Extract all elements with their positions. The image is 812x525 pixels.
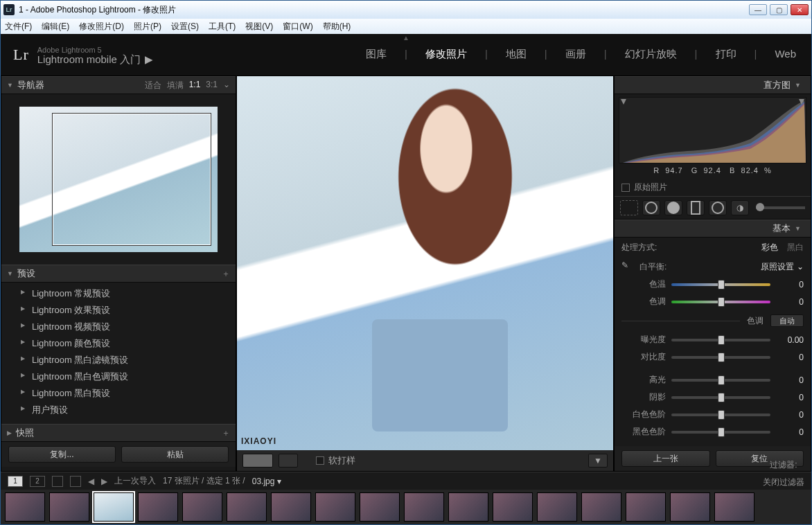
- zoom-dropdown-icon[interactable]: ⌄: [223, 80, 230, 91]
- filmstrip-thumb[interactable]: [49, 492, 89, 522]
- filmstrip[interactable]: [1, 490, 811, 524]
- process-bw[interactable]: 黑白: [787, 242, 804, 252]
- spot-tool[interactable]: [642, 200, 660, 215]
- previous-button[interactable]: 上一张: [621, 450, 710, 467]
- shadows-slider[interactable]: [671, 396, 770, 399]
- copy-button[interactable]: 复制...: [8, 446, 116, 463]
- filmstrip-thumb[interactable]: [493, 492, 533, 522]
- blacks-slider[interactable]: [671, 431, 770, 434]
- filmstrip-thumb[interactable]: [5, 492, 45, 522]
- filmstrip-thumb[interactable]: [182, 492, 222, 522]
- menu-file[interactable]: 文件(F): [5, 21, 32, 33]
- photo-viewport[interactable]: IXIAOYI: [237, 76, 613, 450]
- auto-tone-button[interactable]: 自动: [770, 314, 804, 327]
- eyedropper-icon[interactable]: ✎: [621, 260, 634, 273]
- preset-item[interactable]: Lightroom 常规预设: [1, 285, 236, 302]
- redeye-tool[interactable]: [664, 200, 682, 215]
- filmstrip-thumb[interactable]: [670, 492, 710, 522]
- prev-icon[interactable]: ◀: [88, 477, 94, 486]
- menu-develop[interactable]: 修改照片(D): [79, 21, 124, 33]
- highlights-value[interactable]: 0: [776, 375, 804, 385]
- highlights-slider[interactable]: [671, 379, 770, 382]
- tab-develop[interactable]: 修改照片: [423, 48, 470, 61]
- tab-slideshow[interactable]: 幻灯片放映: [622, 48, 680, 61]
- close-button[interactable]: ✕: [791, 4, 809, 15]
- import-label[interactable]: 上一次导入: [114, 475, 156, 487]
- gradient-tool[interactable]: [687, 200, 705, 215]
- filename[interactable]: 03.jpg: [252, 477, 275, 486]
- filmstrip-thumb-selected[interactable]: [94, 492, 134, 522]
- histogram-header[interactable]: 直方图 ▼: [615, 76, 811, 94]
- tint-value[interactable]: 0: [776, 297, 804, 307]
- filmstrip-thumb[interactable]: [537, 492, 577, 522]
- zoom-fit[interactable]: 适合: [145, 80, 161, 91]
- before-after-button[interactable]: [279, 454, 298, 468]
- next-icon[interactable]: ▶: [101, 477, 107, 486]
- filmstrip-thumb[interactable]: [315, 492, 355, 522]
- presets-header[interactable]: ▼ 预设 ＋: [1, 265, 236, 283]
- exposure-value[interactable]: 0.00: [776, 335, 804, 345]
- whites-value[interactable]: 0: [776, 410, 804, 420]
- shadows-value[interactable]: 0: [776, 393, 804, 402]
- radial-tool[interactable]: [709, 200, 727, 215]
- zoom-1to1[interactable]: 1:1: [189, 80, 201, 91]
- menu-window[interactable]: 窗口(W): [283, 21, 312, 33]
- filter-dropdown[interactable]: 关闭过滤器: [763, 477, 804, 488]
- menu-photo[interactable]: 照片(P): [134, 21, 161, 33]
- filmstrip-thumb[interactable]: [448, 492, 488, 522]
- exposure-slider[interactable]: [671, 339, 770, 341]
- filmstrip-thumb[interactable]: [138, 492, 178, 522]
- add-preset-button[interactable]: ＋: [222, 268, 230, 280]
- original-photo-checkbox[interactable]: 原始照片: [615, 179, 811, 196]
- screen1-button[interactable]: 1: [8, 476, 23, 487]
- temp-slider[interactable]: [671, 283, 770, 286]
- tab-map[interactable]: 地图: [503, 48, 529, 61]
- toolbar-menu-button[interactable]: ▼: [588, 454, 608, 468]
- loupe-view-button[interactable]: [242, 454, 273, 468]
- menu-help[interactable]: 帮助(H): [323, 21, 351, 33]
- process-color[interactable]: 彩色: [761, 242, 778, 252]
- maximize-button[interactable]: ▢: [770, 4, 788, 15]
- tint-slider[interactable]: [671, 301, 770, 303]
- brush-tool[interactable]: ◑: [731, 200, 749, 215]
- filmstrip-thumb[interactable]: [626, 492, 666, 522]
- navigator-header[interactable]: ▼ 导航器 适合 填满 1:1 3:1 ⌄: [1, 76, 236, 94]
- basic-header[interactable]: 基本 ▼: [615, 220, 811, 238]
- preset-item[interactable]: Lightroom 黑白预设: [1, 385, 236, 402]
- filmstrip-thumb[interactable]: [714, 492, 754, 522]
- minimize-button[interactable]: —: [749, 4, 767, 15]
- histogram-chart[interactable]: [619, 97, 806, 163]
- brand-sub[interactable]: Lightroom mobile 入门: [37, 55, 141, 64]
- tab-library[interactable]: 图库: [363, 48, 389, 61]
- menu-settings[interactable]: 设置(S): [171, 21, 199, 33]
- tab-book[interactable]: 画册: [563, 48, 589, 61]
- zoom-3to1[interactable]: 3:1: [206, 80, 218, 91]
- navigator-frame[interactable]: [53, 114, 211, 245]
- menu-tools[interactable]: 工具(T): [209, 21, 236, 33]
- preset-item[interactable]: Lightroom 黑白色调预设: [1, 368, 236, 385]
- contrast-slider[interactable]: [671, 356, 770, 359]
- menu-view[interactable]: 视图(V): [245, 21, 273, 33]
- whites-slider[interactable]: [671, 413, 770, 416]
- preset-item[interactable]: Lightroom 颜色预设: [1, 335, 236, 352]
- temp-value[interactable]: 0: [776, 280, 804, 290]
- top-grip-icon[interactable]: ▲: [403, 34, 409, 42]
- zoom-fill[interactable]: 填满: [167, 80, 184, 91]
- navigator-thumbnail[interactable]: [19, 107, 218, 252]
- snapshots-header[interactable]: ▶ 快照 ＋: [1, 424, 236, 442]
- crop-tool[interactable]: [620, 200, 638, 215]
- contrast-value[interactable]: 0: [776, 353, 804, 362]
- preset-item[interactable]: Lightroom 效果预设: [1, 302, 236, 319]
- menu-edit[interactable]: 编辑(E): [42, 21, 69, 33]
- softproof-checkbox[interactable]: 软打样: [316, 454, 355, 467]
- grid-icon[interactable]: [52, 476, 63, 487]
- filmstrip-thumb[interactable]: [404, 492, 444, 522]
- screen2-button[interactable]: 2: [30, 476, 45, 487]
- wb-dropdown[interactable]: 原照设置⌄: [761, 261, 804, 273]
- filmstrip-thumb[interactable]: [581, 492, 621, 522]
- preset-item[interactable]: 用户预设: [1, 402, 236, 418]
- sort-icon[interactable]: [70, 476, 81, 487]
- filmstrip-thumb[interactable]: [360, 492, 400, 522]
- tab-print[interactable]: 打印: [713, 48, 739, 61]
- preset-item[interactable]: Lightroom 黑白滤镜预设: [1, 352, 236, 368]
